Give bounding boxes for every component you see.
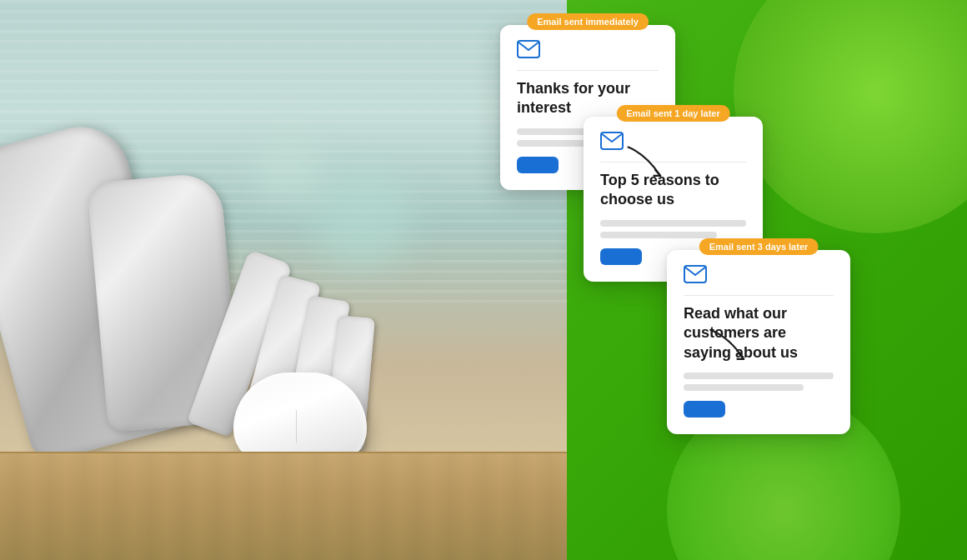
computer-mouse [233, 372, 367, 464]
card-3-cta-button[interactable] [684, 401, 725, 418]
mail-icon-wrapper-1 [517, 40, 659, 71]
email-card-3: Email sent 3 days later Read what our cu… [667, 250, 850, 434]
email-cards-container: Email sent immediately Thanks for your i… [475, 8, 942, 550]
card-2-badge: Email sent 1 day later [616, 105, 730, 122]
card-1-badge: Email sent immediately [527, 13, 649, 30]
robot-arm [0, 93, 484, 510]
mail-icon-wrapper-3 [684, 265, 834, 296]
mail-icon-3 [684, 265, 707, 283]
content-line [684, 384, 804, 391]
card-2-cta-button[interactable] [600, 248, 642, 265]
arrow-1 [621, 140, 671, 193]
card-2-content-lines [600, 220, 746, 238]
mail-icon-2 [600, 132, 624, 150]
card-1-cta-button[interactable] [517, 157, 559, 173]
content-line [600, 232, 717, 238]
arrow-2 [704, 323, 754, 377]
mail-icon-1 [517, 40, 540, 58]
card-3-badge: Email sent 3 days later [699, 238, 819, 255]
content-line [600, 220, 746, 227]
mouse-divider [296, 410, 297, 443]
